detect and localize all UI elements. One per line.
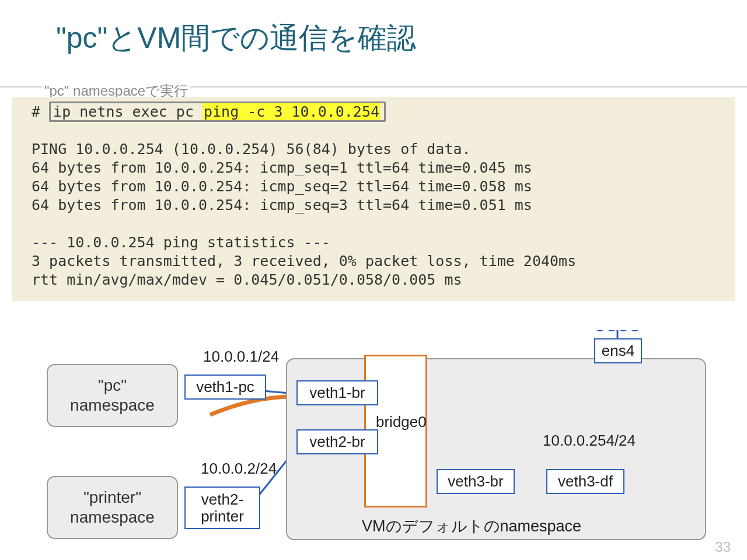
- printer-namespace-box: "printer" namespace: [47, 476, 178, 539]
- veth1-br-box: veth1-br: [296, 380, 378, 405]
- page-number: 33: [715, 539, 731, 555]
- veth2-br-box: veth2-br: [296, 429, 378, 454]
- printer-ns-label-1: "printer": [83, 488, 141, 506]
- veth2-printer-l2: printer: [201, 508, 244, 525]
- veth2-printer-l1: veth2-: [201, 491, 243, 508]
- cmd-highlight: ping -c 3 10.0.0.254: [203, 103, 381, 120]
- veth3-br-box: veth3-br: [437, 469, 515, 494]
- terminal-line: rtt min/avg/max/mdev = 0.045/0.051/0.058…: [32, 271, 462, 288]
- ens4-box: ens4: [594, 338, 642, 363]
- prompt: #: [32, 103, 49, 120]
- vm-ns-label: VMのデフォルトのnamespace: [362, 516, 581, 537]
- terminal-line: PING 10.0.0.254 (10.0.0.254) 56(84) byte…: [32, 141, 471, 158]
- cmd-prefix: ip netns exec pc: [53, 103, 194, 120]
- terminal-line: 3 packets transmitted, 3 received, 0% pa…: [32, 253, 576, 270]
- printer-ns-label-2: namespace: [70, 508, 155, 526]
- ip-veth1-pc: 10.0.0.1/24: [203, 348, 279, 366]
- terminal-line: 64 bytes from 10.0.0.254: icmp_seq=1 ttl…: [32, 159, 532, 176]
- pc-ns-label-1: "pc": [98, 376, 127, 394]
- terminal-line: 64 bytes from 10.0.0.254: icmp_seq=3 ttl…: [32, 197, 532, 214]
- network-diagram: "pc" namespace "printer" namespace VMのデフ…: [35, 330, 712, 552]
- terminal-line: --- 10.0.0.254 ping statistics ---: [32, 234, 330, 251]
- veth3-df-box: veth3-df: [546, 469, 624, 494]
- ip-veth3-df: 10.0.0.254/24: [543, 432, 636, 450]
- bridge0-label: bridge0: [376, 413, 427, 431]
- terminal-output: # ip netns exec pc ping -c 3 10.0.0.254 …: [12, 97, 735, 301]
- terminal-line: 64 bytes from 10.0.0.254: icmp_seq=2 ttl…: [32, 178, 532, 195]
- veth1-pc-box: veth1-pc: [184, 374, 266, 400]
- pc-ns-label-2: namespace: [70, 396, 155, 414]
- slide-title: "pc"とVM間での通信を確認: [56, 19, 416, 58]
- veth2-printer-box: veth2- printer: [184, 487, 260, 529]
- ip-veth2-printer: 10.0.0.2/24: [201, 460, 277, 478]
- pc-namespace-box: "pc" namespace: [47, 364, 178, 427]
